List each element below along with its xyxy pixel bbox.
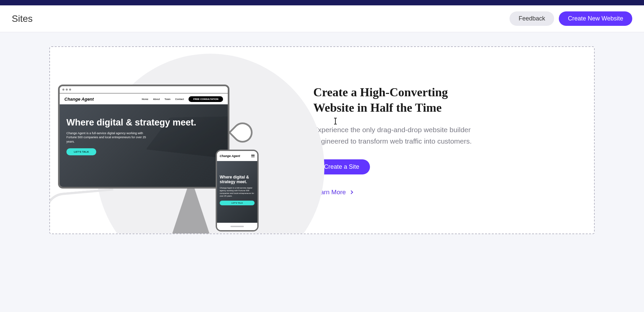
chevron-right-icon [350,190,353,194]
mockup-nav-cta: FREE CONSULTATION [189,96,223,102]
window-dot-icon [62,89,64,91]
mockup-hero: Where digital & strategy meet. Change Ag… [60,104,228,187]
page-header: Sites Feedback Create New Website [0,5,644,32]
create-new-website-button[interactable]: Create New Website [559,11,632,26]
app-topbar [0,0,644,5]
mockup-nav-home: Home [142,98,148,100]
mockup-nav-team: Team [164,98,170,100]
bg-wire-shape [49,188,117,234]
mobile-hero-headline: Where digital & strategy meet. [220,175,255,185]
hamburger-icon [251,155,255,157]
feedback-button[interactable]: Feedback [509,11,554,26]
main-content: Change Agent Home About Team Contact FRE… [0,32,644,248]
window-dot-icon [69,89,71,91]
mobile-mockup-hero: Where digital & strategy meet. Change Ag… [217,161,257,223]
mockup-logo: Change Agent [64,97,94,102]
page-title: Sites [12,13,33,24]
browser-chrome [60,86,228,94]
mobile-mockup-logo: Change Agent [220,154,240,158]
mockup-hero-headline: Where digital & strategy meet. [66,118,221,128]
text-cursor-icon [335,118,336,124]
promo-headline: Create a High-Converting Website in Half… [313,85,473,115]
desktop-mockup: Change Agent Home About Team Contact FRE… [58,85,229,189]
mobile-mockup-nav: Change Agent [217,151,257,161]
mobile-mockup: Change Agent Where digital & strategy me… [216,150,259,231]
website-illustration: Change Agent Home About Team Contact FRE… [50,47,285,233]
home-indicator-icon [230,226,244,227]
mockup-hero-cta: LET'S TALK [66,148,96,155]
promo-card: Change Agent Home About Team Contact FRE… [49,46,595,234]
mockup-menu: Home About Team Contact FREE CONSULTATIO… [142,96,223,102]
mobile-hero-cta: LET'S TALK [220,201,255,205]
window-dot-icon [66,89,68,91]
mockup-nav-about: About [153,98,160,100]
header-actions: Feedback Create New Website [509,11,632,26]
mobile-hero-copy: Change Agent is a full-service digital a… [220,187,255,197]
mockup-site-nav: Change Agent Home About Team Contact FRE… [60,94,228,104]
mockup-nav-contact: Contact [175,98,184,100]
mobile-mockup-footer [217,223,257,230]
promo-description: Experience the only drag-and-drop websit… [313,124,473,146]
mockup-hero-copy: Change Agent is a full-service digital a… [66,131,150,144]
